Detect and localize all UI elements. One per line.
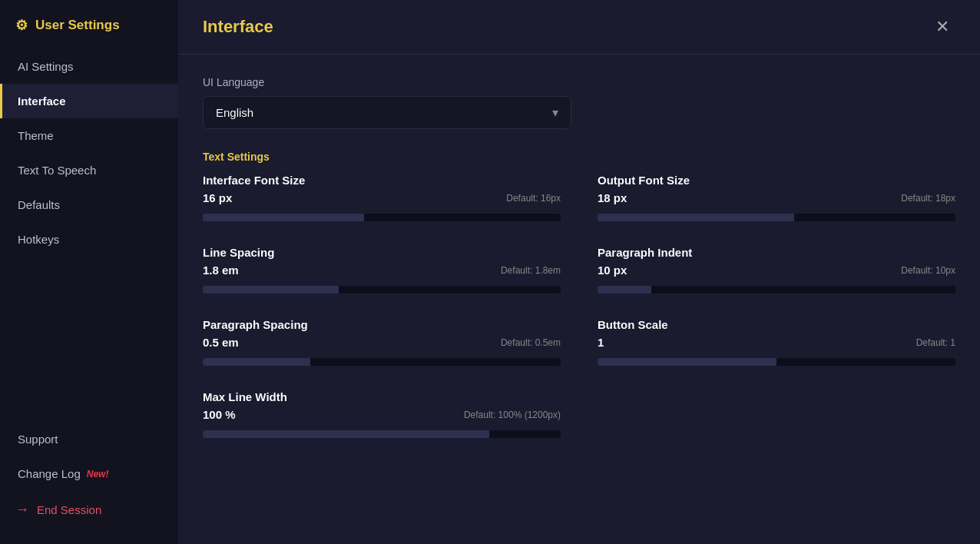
slider-paragraph-spacing[interactable] xyxy=(203,358,561,366)
sidebar-item-defaults[interactable]: Defaults xyxy=(0,187,178,222)
setting-value-line-spacing: 1.8 em xyxy=(203,264,239,277)
setting-name-max-line-width: Max Line Width xyxy=(203,390,561,403)
main-header: Interface ✕ xyxy=(178,0,980,55)
page-title: Interface xyxy=(203,17,273,37)
sidebar-item-change-log[interactable]: Change Log New! xyxy=(0,456,178,491)
sidebar-item-support[interactable]: Support xyxy=(0,422,178,456)
text-settings-label: Text Settings xyxy=(203,151,955,163)
setting-default-output-font-size: Default: 18px xyxy=(901,193,955,204)
setting-output-font-size: Output Font Size 18 px Default: 18px xyxy=(598,174,955,221)
text-settings-grid: Interface Font Size 16 px Default: 16px … xyxy=(203,174,955,438)
language-value: English xyxy=(216,106,253,119)
sidebar-nav: AI Settings Interface Theme Text To Spee… xyxy=(0,49,178,422)
language-section: UI Language English ▾ xyxy=(203,76,955,129)
sidebar-item-text-to-speech[interactable]: Text To Speech xyxy=(0,153,178,187)
setting-default-line-spacing: Default: 1.8em xyxy=(501,265,561,276)
setting-name-line-spacing: Line Spacing xyxy=(203,246,561,259)
slider-interface-font-size[interactable] xyxy=(203,214,561,221)
setting-name-button-scale: Button Scale xyxy=(598,318,955,331)
end-session-icon: → xyxy=(15,502,29,518)
main-body: UI Language English ▾ Text Settings Inte… xyxy=(178,55,980,544)
setting-default-interface-font-size: Default: 16px xyxy=(506,193,561,204)
sidebar-item-ai-settings[interactable]: AI Settings xyxy=(0,49,178,84)
sidebar: ⚙ User Settings AI Settings Interface Th… xyxy=(0,0,178,544)
slider-line-spacing[interactable] xyxy=(203,286,561,294)
setting-value-interface-font-size: 16 px xyxy=(203,191,232,204)
setting-line-spacing: Line Spacing 1.8 em Default: 1.8em xyxy=(203,246,561,294)
slider-max-line-width[interactable] xyxy=(203,430,561,438)
sidebar-item-interface[interactable]: Interface xyxy=(0,84,178,118)
setting-name-paragraph-spacing: Paragraph Spacing xyxy=(203,318,561,331)
setting-value-max-line-width: 100 % xyxy=(203,408,236,421)
setting-button-scale: Button Scale 1 Default: 1 xyxy=(598,318,955,366)
setting-name-paragraph-indent: Paragraph Indent xyxy=(598,246,955,259)
slider-button-scale[interactable] xyxy=(598,358,955,366)
new-badge: New! xyxy=(87,469,109,479)
sidebar-title: User Settings xyxy=(35,18,120,33)
gear-icon: ⚙ xyxy=(15,17,28,34)
setting-paragraph-spacing: Paragraph Spacing 0.5 em Default: 0.5em xyxy=(203,318,561,366)
setting-value-button-scale: 1 xyxy=(598,336,604,349)
setting-max-line-width: Max Line Width 100 % Default: 100% (1200… xyxy=(203,390,561,438)
setting-value-paragraph-indent: 10 px xyxy=(598,264,627,277)
close-button[interactable]: ✕ xyxy=(929,14,955,40)
setting-value-paragraph-spacing: 0.5 em xyxy=(203,336,239,349)
sidebar-item-theme[interactable]: Theme xyxy=(0,118,178,153)
main-content: Interface ✕ UI Language English ▾ Text S… xyxy=(178,0,980,544)
setting-value-output-font-size: 18 px xyxy=(598,191,627,204)
end-session-label: End Session xyxy=(37,503,101,516)
setting-interface-font-size: Interface Font Size 16 px Default: 16px xyxy=(203,174,561,221)
chevron-down-icon: ▾ xyxy=(552,105,558,120)
setting-name-interface-font-size: Interface Font Size xyxy=(203,174,561,187)
setting-default-button-scale: Default: 1 xyxy=(916,337,955,348)
setting-default-max-line-width: Default: 100% (1200px) xyxy=(464,410,561,420)
ui-language-label: UI Language xyxy=(203,76,955,88)
setting-default-paragraph-indent: Default: 10px xyxy=(901,265,955,276)
sidebar-item-hotkeys[interactable]: Hotkeys xyxy=(0,222,178,257)
slider-output-font-size[interactable] xyxy=(598,214,955,221)
setting-name-output-font-size: Output Font Size xyxy=(598,174,955,187)
end-session-button[interactable]: → End Session xyxy=(0,491,178,529)
language-select[interactable]: English ▾ xyxy=(203,96,571,129)
sidebar-bottom: Support Change Log New! → End Session xyxy=(0,422,178,544)
slider-paragraph-indent[interactable] xyxy=(598,286,955,294)
setting-default-paragraph-spacing: Default: 0.5em xyxy=(501,337,561,348)
setting-paragraph-indent: Paragraph Indent 10 px Default: 10px xyxy=(598,246,955,294)
sidebar-header: ⚙ User Settings xyxy=(0,9,178,49)
